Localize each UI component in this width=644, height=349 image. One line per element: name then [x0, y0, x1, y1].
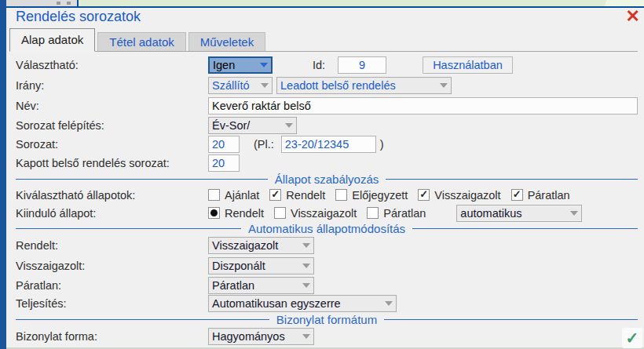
sorozat-felepites-dropdown[interactable]: Év-Sor/ — [208, 117, 297, 134]
automatikus-value: automatikus — [460, 207, 521, 220]
id-label: Id: — [313, 59, 325, 71]
row-paratlan: Páratlan: Páratlan — [16, 276, 638, 294]
irany-type-dropdown[interactable]: Leadott belső rendelés — [276, 77, 452, 94]
kivalaszthato-allapotok-label: Kiválasztható állapotok: — [16, 189, 208, 202]
dialog-rendeles-sorozatok: ✕ ✓ Rendelés sorozatok Alap adatok Tétel… — [0, 0, 644, 349]
checkbox-option[interactable]: Rendelt — [269, 189, 325, 202]
section-line — [412, 228, 638, 229]
sorozat-felepites-label: Sorozat felépítés: — [16, 119, 208, 132]
paratlan-dropdown[interactable]: Páratlan — [208, 277, 314, 294]
section-title: Automatikus állapotmódosítás — [241, 222, 412, 235]
kiindulo-allapot-label: Kiinduló állapot: — [16, 207, 208, 220]
section-line — [16, 228, 241, 229]
example-prefix-label: (Pl.: — [254, 138, 274, 151]
rendelt-value: Visszaigazolt — [212, 239, 278, 252]
dialog-title: Rendelés sorozatok — [16, 9, 141, 25]
section-line — [16, 179, 268, 180]
nev-label: Név: — [16, 100, 208, 112]
automatikus-dropdown[interactable]: automatikus — [456, 205, 582, 222]
tab-muveletek[interactable]: Műveletek — [188, 32, 265, 51]
row-teljesites: Teljesítés: Automatikusan egyszerre — [16, 294, 638, 313]
checkbox-option[interactable]: Visszaigazolt — [274, 207, 357, 220]
section-title: Állapot szabályozás — [268, 173, 386, 186]
example-box: 23-20/12345 — [281, 136, 376, 153]
checkbox-icon[interactable] — [274, 207, 286, 219]
checkbox-label: Előjegyzett — [352, 189, 408, 202]
chevron-down-icon — [285, 123, 293, 128]
sorozat-input[interactable]: 20 — [208, 136, 240, 153]
irany-label: Irány: — [16, 79, 208, 92]
tab-alap-adatok[interactable]: Alap adatok — [9, 28, 95, 52]
sorozat-value: 20 — [212, 138, 225, 151]
chevron-down-icon — [440, 83, 448, 88]
valaszthato-dropdown[interactable]: Igen — [208, 56, 273, 74]
radio-icon[interactable] — [208, 207, 220, 219]
form-panel: Választható: Igen Id: 9 Használatban Irá… — [16, 54, 638, 347]
section-title: Bizonylat formátum — [269, 313, 384, 326]
row-irany: Irány: Szállító Leadott belső rendelés — [16, 75, 638, 96]
row-bizonylat-forma: Bizonylat forma: Hagyományos — [16, 326, 638, 347]
chevron-down-icon — [302, 283, 310, 288]
close-icon[interactable]: ✕ — [626, 8, 640, 25]
checkbox-option[interactable]: Páratlan — [511, 189, 570, 202]
valaszthato-label: Választható: — [16, 59, 208, 71]
row-valaszthato: Választható: Igen Id: 9 Használatban — [16, 54, 638, 75]
section-allapot-szabalyozas: Állapot szabályozás — [16, 173, 638, 186]
checkbox-label: Visszaigazolt — [434, 189, 500, 202]
row-sorozat: Sorozat: 20 (Pl.: 23-20/12345 ) — [16, 135, 638, 154]
section-bizonylat-formatum: Bizonylat formátum — [16, 313, 638, 326]
section-line — [384, 319, 638, 320]
kapott-sorozat-input[interactable]: 20 — [208, 155, 240, 172]
teljesites-dropdown[interactable]: Automatikusan egyszerre — [208, 295, 397, 312]
checkbox-icon[interactable] — [335, 189, 347, 201]
row-nev: Név: Keverő raktár belső — [16, 96, 638, 116]
row-sorozat-felepites: Sorozat felépítés: Év-Sor/ — [16, 116, 638, 135]
checkbox-option[interactable]: Előjegyzett — [335, 189, 408, 202]
paratlan-value: Páratlan — [212, 279, 254, 292]
checkbox-label: Rendelt — [286, 189, 325, 202]
row-rendelt: Rendelt: Visszaigazolt — [16, 235, 638, 256]
bizonylat-forma-label: Bizonylat forma: — [16, 330, 208, 343]
checkbox-icon[interactable] — [511, 189, 523, 201]
nev-value: Keverő raktár belső — [212, 100, 311, 112]
chevron-down-icon — [570, 211, 578, 216]
tab-bar: Alap adatok Tétel adatok Műveletek — [9, 29, 638, 52]
chevron-down-icon — [302, 334, 310, 339]
chevron-down-icon — [302, 264, 310, 268]
example-suffix-label: ) — [380, 138, 384, 151]
teljesites-value: Automatikusan egyszerre — [212, 297, 341, 310]
checkbox-option[interactable]: Páratlan — [367, 207, 426, 220]
irany-dropdown[interactable]: Szállító — [208, 77, 273, 94]
row-visszaigazolt: Visszaigazolt: Diszponált — [16, 256, 638, 276]
tab-tetel-adatok[interactable]: Tétel adatok — [97, 32, 186, 51]
checkbox-icon[interactable] — [367, 207, 379, 219]
id-input[interactable]: 9 — [338, 56, 386, 74]
checkbox-icon[interactable] — [269, 189, 281, 201]
hasznalatban-button[interactable]: Használatban — [423, 56, 513, 74]
kapott-sorozat-label: Kapott belső rendelés sorozat: — [16, 157, 208, 169]
section-line — [386, 179, 638, 180]
id-value: 9 — [359, 59, 365, 71]
left-border-bar — [0, 0, 6, 349]
teljesites-label: Teljesítés: — [16, 297, 208, 310]
visszaigazolt-dropdown[interactable]: Diszponált — [208, 257, 314, 274]
chevron-down-icon — [261, 83, 269, 88]
sorozat-felepites-value: Év-Sor/ — [212, 119, 250, 132]
visszaigazolt-value: Diszponált — [212, 260, 265, 272]
checkbox-option[interactable]: Ajánlat — [208, 189, 259, 202]
band-divider — [77, 0, 79, 6]
visszaigazolt-label: Visszaigazolt: — [16, 260, 208, 272]
row-kiindulo-allapot: Kiinduló állapot: Rendelt Visszaigazolt … — [16, 204, 638, 222]
radio-option[interactable]: Rendelt — [208, 207, 264, 220]
nev-input[interactable]: Keverő raktár belső — [208, 97, 638, 115]
checkbox-label: Páratlan — [383, 207, 426, 220]
checkbox-option[interactable]: Visszaigazolt — [418, 189, 500, 202]
rendelt-dropdown[interactable]: Visszaigazolt — [208, 237, 314, 254]
paratlan-label: Páratlan: — [16, 279, 208, 292]
band-decor-icon — [57, 2, 60, 5]
rendelt-label: Rendelt: — [16, 239, 208, 252]
checkbox-icon[interactable] — [418, 189, 430, 201]
checkbox-icon[interactable] — [208, 189, 220, 201]
section-automatikus-allapotmodositas: Automatikus állapotmódosítás — [16, 222, 638, 235]
bizonylat-forma-dropdown[interactable]: Hagyományos — [208, 328, 314, 345]
